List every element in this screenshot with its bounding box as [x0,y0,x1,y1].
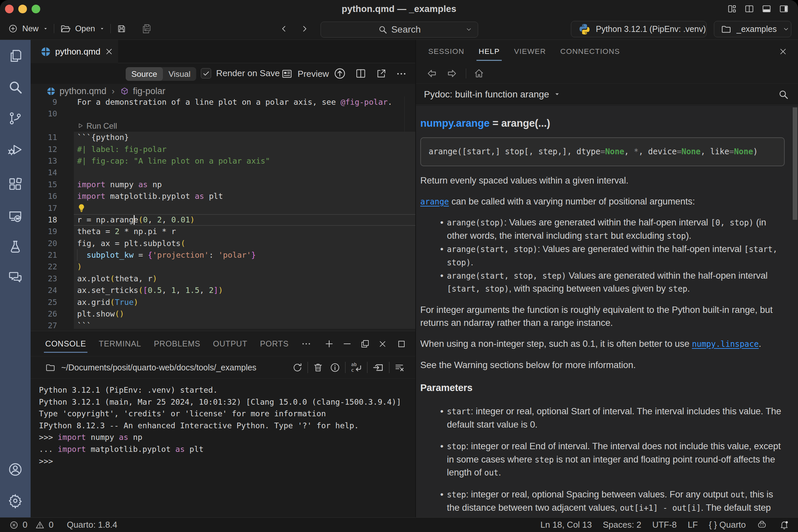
render-document-icon[interactable] [334,67,346,80]
tab-python-qmd[interactable]: python.qmd [31,40,118,63]
help-paragraph: arange can be called with a varying numb… [420,195,785,208]
activity-item-comments[interactable] [0,262,31,292]
notifications-bell-icon[interactable] [779,520,790,530]
activity-item-testing[interactable] [0,231,31,262]
close-sidebar-icon[interactable] [779,47,787,56]
panel-tab-problems[interactable]: PROBLEMS [154,331,201,357]
sidebar-tab-connections[interactable]: CONNECTIONS [560,40,620,63]
minimize-panel-icon[interactable] [342,339,352,349]
help-link[interactable]: arange [420,197,449,207]
activity-item-source-control[interactable] [0,103,31,134]
preview-button[interactable]: Preview [281,68,329,79]
activity-item-search[interactable] [0,72,31,102]
open-button[interactable]: Open [60,24,104,34]
activity-item-account[interactable] [0,454,31,485]
maximize-panel-icon[interactable] [397,340,406,348]
working-directory-path[interactable]: ~/Documents/posit/quarto-web/docs/tools/… [61,363,256,373]
eol-setting[interactable]: LF [688,520,698,530]
language-mode[interactable]: { } Quarto [709,520,746,530]
save-all-icon[interactable] [141,23,152,34]
minimize-window-button[interactable] [18,5,27,13]
warnings-count[interactable]: 0 [49,520,53,530]
sidebar-tab-help[interactable]: HELP [478,40,500,63]
global-search-input[interactable]: Search [321,22,478,38]
new-button[interactable]: New [8,24,48,33]
clear-console-icon[interactable] [394,362,405,373]
help-forward-icon[interactable] [446,68,458,79]
errors-icon[interactable] [9,520,19,530]
activity-item-remote-explorer[interactable] [0,201,31,231]
zoom-window-button[interactable] [32,5,40,13]
activity-item-settings-gear[interactable] [0,486,31,516]
token: as [195,191,204,201]
help-topic-title[interactable]: Pydoc: built-in function arange [424,89,549,100]
restart-console-icon[interactable] [292,362,303,373]
quarto-version[interactable]: Quarto: 1.8.4 [67,520,117,530]
panel-tab-terminal[interactable]: TERMINAL [99,331,141,357]
help-content[interactable]: numpy.arange = arange(...)arange([start,… [416,106,798,517]
console-output[interactable]: Python 3.12.1 (PipEnv: .venv) started.Py… [39,384,401,467]
help-list: arange(stop): Values are generated withi… [420,216,785,296]
save-icon[interactable] [117,24,126,34]
code-editor[interactable]: 9 For a demonstration of a line plot on … [31,96,415,329]
preview-icon [281,68,292,79]
token: import [77,180,106,189]
close-panel-icon[interactable] [378,340,387,348]
split-editor-layout-icon[interactable] [744,4,754,14]
copilot-icon[interactable] [757,520,767,530]
inline-code: , like [701,145,729,158]
errors-count[interactable]: 0 [23,520,27,530]
help-home-icon[interactable] [474,68,484,79]
toggle-panel-icon[interactable] [762,4,772,14]
console-line: >>> [39,456,401,468]
close-tab-icon[interactable] [105,47,113,56]
breadcrumb-file[interactable]: python.qmd [59,86,107,96]
run-cell-button[interactable]: Run Cell [77,120,415,132]
panel-tab-console[interactable]: CONSOLE [45,331,86,357]
source-mode-button[interactable]: Source [126,67,163,81]
breadcrumb-symbol[interactable]: fig-polar [133,86,166,96]
encoding-setting[interactable]: UTF-8 [652,520,677,530]
help-link[interactable]: numpy.arange [420,117,490,129]
interpreter-selector[interactable]: Python 3.12.1 (PipEnv: .venv) [571,21,706,37]
more-actions-icon[interactable] [396,69,407,79]
render-on-save-checkbox[interactable] [201,68,211,78]
help-search-icon[interactable] [778,89,789,100]
help-link[interactable]: numpy.linspace [692,340,759,349]
warnings-icon[interactable] [35,520,44,530]
custom-layout-icon[interactable] [727,4,737,14]
panel-tab-ports[interactable]: PORTS [260,331,289,357]
indentation-setting[interactable]: Spaces: 2 [603,520,641,530]
cursor-position[interactable]: Ln 18, Col 13 [540,520,592,530]
help-list-item: arange(stop): Values are generated withi… [420,216,785,243]
activity-item-run-debug[interactable] [0,134,31,165]
delete-console-icon[interactable] [312,362,324,373]
help-back-icon[interactable] [426,68,438,79]
lightbulb-icon[interactable] [76,203,87,213]
activity-item-explorer[interactable] [0,41,31,71]
visual-mode-button[interactable]: Visual [163,67,196,81]
traffic-lights [5,5,40,13]
toggle-word-wrap-icon[interactable]: abc [350,361,362,374]
sidebar-tab-session[interactable]: SESSION [428,40,464,63]
split-editor-icon[interactable] [355,68,366,79]
open-in-new-window-icon[interactable] [376,68,387,79]
navigate-forward-icon[interactable] [300,25,308,33]
render-on-save-option[interactable]: Render on Save [201,68,280,78]
token: 1 [171,286,176,295]
move-to-editor-icon[interactable] [372,361,384,374]
navigate-back-icon[interactable] [280,25,288,33]
line-number: 18 [31,214,74,226]
new-console-icon[interactable] [324,339,334,349]
workspace-selector[interactable]: _examples [714,21,791,37]
line-number: 26 [31,308,74,320]
toggle-right-sidebar-icon[interactable] [779,4,789,14]
panel-more-tabs-icon[interactable] [301,331,311,357]
help-scrollbar[interactable] [793,108,797,220]
close-window-button[interactable] [5,5,14,13]
activity-item-extensions[interactable] [0,169,31,200]
panel-tab-output[interactable]: OUTPUT [213,331,247,357]
restore-panel-icon[interactable] [360,339,370,349]
console-info-icon[interactable] [329,362,341,373]
sidebar-tab-viewer[interactable]: VIEWER [514,40,546,63]
